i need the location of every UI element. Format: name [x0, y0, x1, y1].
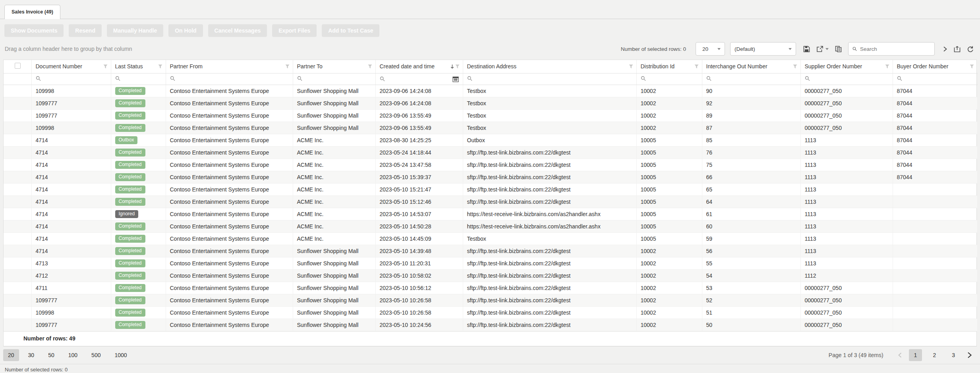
filter-distribution-id[interactable]	[636, 73, 702, 85]
select-all-checkbox[interactable]	[15, 63, 21, 69]
table-row[interactable]: 4714 Completed Contoso Entertainment Sys…	[4, 158, 977, 171]
table-row[interactable]: 4714 Outbox Contoso Entertainment System…	[4, 134, 977, 146]
row-select-cell[interactable]	[4, 319, 31, 331]
row-select-cell[interactable]	[4, 282, 31, 294]
table-row[interactable]: 4714 Completed Contoso Entertainment Sys…	[4, 245, 977, 257]
page-size-50[interactable]: 50	[43, 349, 59, 361]
column-header-document-number[interactable]: Document Number	[31, 60, 111, 73]
row-select-cell[interactable]	[4, 294, 31, 306]
save-layout-button[interactable]	[803, 46, 810, 52]
next-page-button[interactable]	[967, 352, 972, 359]
row-select-cell[interactable]	[4, 171, 31, 183]
page-size-dropdown[interactable]: 20	[696, 42, 725, 56]
copy-button[interactable]	[835, 46, 842, 52]
table-row[interactable]: 4714 Completed Contoso Entertainment Sys…	[4, 171, 977, 183]
filter-icon[interactable]	[885, 64, 889, 69]
row-select-cell[interactable]	[4, 195, 31, 208]
table-row[interactable]: 109998 Completed Contoso Entertainment S…	[4, 122, 977, 134]
table-row[interactable]: 4714 Completed Contoso Entertainment Sys…	[4, 232, 977, 245]
table-row[interactable]: 1099777 Completed Contoso Entertainment …	[4, 109, 977, 122]
row-select-cell[interactable]	[4, 257, 31, 269]
row-select-cell[interactable]	[4, 208, 31, 220]
table-row[interactable]: 1099777 Completed Contoso Entertainment …	[4, 319, 977, 331]
table-row[interactable]: 109998 Completed Contoso Entertainment S…	[4, 306, 977, 319]
page-button-3[interactable]: 3	[947, 349, 960, 361]
row-select-cell[interactable]	[4, 122, 31, 134]
column-header-partner-from[interactable]: Partner From	[166, 60, 293, 73]
export-files-button[interactable]: Export Files	[272, 24, 317, 37]
filter-icon[interactable]	[158, 64, 162, 69]
row-select-cell[interactable]	[4, 220, 31, 232]
table-row[interactable]: 1099777 Completed Contoso Entertainment …	[4, 294, 977, 306]
row-select-cell[interactable]	[4, 269, 31, 282]
page-size-20[interactable]: 20	[3, 349, 19, 361]
calendar-icon[interactable]	[452, 76, 459, 82]
filter-icon[interactable]	[368, 64, 372, 69]
resend-button[interactable]: Resend	[69, 24, 102, 37]
filter-partner-to[interactable]	[293, 73, 375, 85]
search-input[interactable]	[860, 46, 930, 52]
row-select-cell[interactable]	[4, 306, 31, 319]
column-header-interchange-out-number[interactable]: Interchange Out Number	[702, 60, 800, 73]
table-row[interactable]: 4714 Completed Contoso Entertainment Sys…	[4, 183, 977, 195]
row-select-cell[interactable]	[4, 85, 31, 97]
filter-icon[interactable]	[285, 64, 290, 69]
filter-destination-address[interactable]	[463, 73, 636, 85]
tab-sales-invoice[interactable]: Sales Invoice (49)	[4, 5, 60, 19]
filter-interchange-out-number[interactable]	[702, 73, 800, 85]
row-select-cell[interactable]	[4, 134, 31, 146]
column-header-created-date[interactable]: Created date and time	[375, 60, 463, 73]
column-header-last-status[interactable]: Last Status	[111, 60, 166, 73]
page-size-100[interactable]: 100	[64, 349, 82, 361]
column-header-distribution-id[interactable]: Distribution Id	[636, 60, 702, 73]
add-to-test-case-button[interactable]: Add to Test Case	[322, 24, 379, 37]
table-row[interactable]: 4714 Completed Contoso Entertainment Sys…	[4, 220, 977, 232]
page-size-1000[interactable]: 1000	[110, 349, 131, 361]
previous-page-button[interactable]	[898, 352, 902, 358]
filter-last-status[interactable]	[111, 73, 166, 85]
on-hold-button[interactable]: On Hold	[168, 24, 203, 37]
column-header-buyer-order-number[interactable]: Buyer Order Number	[893, 60, 977, 73]
table-row[interactable]: 4714 Completed Contoso Entertainment Sys…	[4, 195, 977, 208]
filter-icon[interactable]	[694, 64, 699, 69]
filter-icon[interactable]	[103, 64, 108, 69]
row-select-cell[interactable]	[4, 109, 31, 122]
table-row[interactable]: 4713 Completed Contoso Entertainment Sys…	[4, 257, 977, 269]
row-select-cell[interactable]	[4, 245, 31, 257]
table-row[interactable]: 4712 Completed Contoso Entertainment Sys…	[4, 269, 977, 282]
page-button-1[interactable]: 1	[909, 349, 922, 361]
row-select-cell[interactable]	[4, 97, 31, 109]
row-select-cell[interactable]	[4, 158, 31, 171]
row-select-cell[interactable]	[4, 146, 31, 158]
page-button-2[interactable]: 2	[928, 349, 941, 361]
table-row[interactable]: 109998 Completed Contoso Entertainment S…	[4, 85, 977, 97]
row-select-cell[interactable]	[4, 232, 31, 245]
filter-icon[interactable]	[793, 64, 797, 69]
column-header-partner-to[interactable]: Partner To	[293, 60, 375, 73]
page-size-30[interactable]: 30	[23, 349, 39, 361]
page-size-500[interactable]: 500	[87, 349, 105, 361]
filter-icon[interactable]	[970, 64, 974, 69]
filter-partner-from[interactable]	[166, 73, 293, 85]
manually-handle-button[interactable]: Manually Handle	[107, 24, 163, 37]
column-header-supplier-order-number[interactable]: Supplier Order Number	[800, 60, 893, 73]
expand-panel-button[interactable]	[943, 46, 947, 52]
search-box[interactable]	[848, 42, 935, 56]
filter-document-number[interactable]	[31, 73, 111, 85]
show-documents-button[interactable]: Show Documents	[4, 24, 64, 37]
filter-supplier-order-number[interactable]	[800, 73, 893, 85]
filter-created-date[interactable]	[375, 73, 463, 85]
table-row[interactable]: 4714 Completed Contoso Entertainment Sys…	[4, 146, 977, 158]
refresh-button[interactable]	[967, 46, 974, 52]
column-header-destination-address[interactable]: Destination Address	[463, 60, 636, 73]
table-row[interactable]: 1099777 Completed Contoso Entertainment …	[4, 97, 977, 109]
cancel-messages-button[interactable]: Cancel Messages	[208, 24, 267, 37]
filter-icon[interactable]	[455, 64, 460, 69]
filter-icon[interactable]	[629, 64, 633, 69]
layout-dropdown[interactable]: (Default)	[730, 42, 796, 56]
table-row[interactable]: 4714 Ignored Contoso Entertainment Syste…	[4, 208, 977, 220]
table-row[interactable]: 4711 Completed Contoso Entertainment Sys…	[4, 282, 977, 294]
export-menu-button[interactable]	[816, 46, 829, 52]
upload-button[interactable]	[954, 46, 961, 52]
row-select-cell[interactable]	[4, 183, 31, 195]
